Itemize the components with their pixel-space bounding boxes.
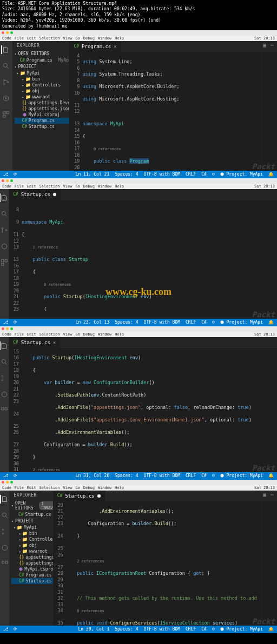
split-icon[interactable]: ▣: [263, 42, 266, 48]
extensions-icon[interactable]: [2, 110, 10, 119]
tree-folder[interactable]: ▸📁wwwroot: [15, 94, 70, 100]
menu-selection[interactable]: Selection: [39, 36, 60, 41]
tab-startup[interactable]: C#Startup.cs: [53, 491, 105, 501]
minimap[interactable]: [262, 52, 277, 171]
tree-file-selected[interactable]: C#Startup.cs: [11, 578, 52, 584]
tree-file[interactable]: {}appsettings.json: [15, 106, 70, 112]
extensions-icon[interactable]: [0, 406, 9, 415]
tree-file[interactable]: C#Program.cs: [11, 572, 52, 578]
status-bell-icon[interactable]: 🔔: [268, 172, 274, 177]
search-icon[interactable]: [0, 358, 9, 366]
open-editor-item[interactable]: C#Startup.cs MyApi: [9, 512, 52, 518]
status-encoding[interactable]: UTF-8 with BOM: [144, 320, 180, 325]
project-section[interactable]: ▾PROJECT: [12, 63, 70, 70]
project-section[interactable]: ▾PROJECT: [9, 518, 52, 525]
status-sync-icon[interactable]: ⟳: [14, 172, 17, 177]
tab-program[interactable]: C#Program.cs×: [69, 41, 121, 52]
menu-debug[interactable]: Debug: [83, 36, 95, 41]
tree-folder[interactable]: ▸📁bin: [11, 531, 52, 536]
git-icon[interactable]: [2, 78, 10, 86]
git-icon[interactable]: [1, 527, 9, 536]
status-lang[interactable]: C#: [201, 172, 207, 177]
tree-file[interactable]: ⬢MyApi.csproj: [11, 566, 52, 572]
menu-edit[interactable]: Edit: [27, 36, 36, 41]
files-icon[interactable]: [0, 341, 8, 350]
debug-icon[interactable]: [0, 242, 9, 251]
status-position[interactable]: Ln 11, Col 21: [76, 172, 110, 177]
tree-file[interactable]: {}appsettings.Development.js...: [15, 100, 70, 106]
minimap[interactable]: [262, 501, 277, 626]
search-icon[interactable]: [0, 210, 9, 218]
search-icon[interactable]: [1, 511, 9, 520]
tree-folder[interactable]: ▸📁obj: [15, 88, 70, 94]
close-icon[interactable]: ×: [114, 44, 116, 49]
open-editors-section[interactable]: ▾OPEN EDITORS: [12, 50, 70, 57]
status-lang[interactable]: C#: [201, 473, 207, 478]
tree-folder[interactable]: ▸📁obj: [11, 542, 52, 548]
code-lines[interactable]: .AddEnvironmentVariables(); Configuratio…: [66, 501, 262, 626]
files-icon[interactable]: [0, 495, 9, 504]
close-icon[interactable]: ×: [53, 340, 56, 345]
tab-startup[interactable]: C#Startup.cs: [9, 189, 61, 200]
open-editor-item[interactable]: C#Program.cs MyApi: [12, 57, 70, 63]
status-position[interactable]: Ln 39, Col 1: [78, 627, 109, 632]
close-dot[interactable]: [2, 31, 4, 34]
status-eol[interactable]: CRLF: [186, 473, 196, 478]
status-spaces[interactable]: Spaces: 4: [115, 172, 138, 177]
git-icon[interactable]: [0, 226, 9, 234]
status-eol[interactable]: CRLF: [186, 172, 196, 177]
tree-folder[interactable]: ▸📁Controllers: [15, 82, 70, 88]
files-icon[interactable]: [0, 193, 8, 202]
code-lines[interactable]: public Startup(IHostingEnvironment env) …: [22, 348, 277, 472]
git-icon[interactable]: [0, 374, 9, 383]
status-spaces[interactable]: Spaces: 4: [115, 473, 138, 478]
tree-folder[interactable]: ▸📁wwwroot: [11, 548, 52, 554]
debug-icon[interactable]: [2, 94, 10, 103]
tree-root[interactable]: ▾📁MyApi: [15, 70, 70, 76]
minimize-dot[interactable]: [6, 31, 9, 34]
menu-help[interactable]: Help: [115, 36, 124, 41]
status-encoding[interactable]: UTF-8 with BOM: [144, 627, 180, 632]
tree-folder[interactable]: ▸📁Controllers: [11, 536, 52, 542]
status-encoding[interactable]: UTF-8 with BOM: [144, 172, 180, 177]
status-position[interactable]: Ln 23, Col 13: [76, 320, 110, 325]
menu-view[interactable]: View: [63, 36, 72, 41]
status-position[interactable]: Ln 31, Col 26: [76, 473, 110, 478]
maximize-dot[interactable]: [10, 31, 13, 34]
status-lang[interactable]: C#: [201, 320, 207, 325]
extensions-icon[interactable]: [0, 258, 9, 267]
tree-file[interactable]: {}appsettings.json: [11, 560, 52, 566]
menu-go[interactable]: Go: [75, 36, 80, 41]
open-editors-section[interactable]: ▾OPEN EDITORS 1 UNSAVED: [9, 500, 52, 512]
status-spaces[interactable]: Spaces: 4: [115, 627, 138, 632]
more-icon[interactable]: ⋯: [271, 492, 274, 498]
code-lines[interactable]: using System.Linq; using System.Threadin…: [82, 52, 262, 171]
status-encoding[interactable]: UTF-8 with BOM: [144, 473, 180, 478]
split-icon[interactable]: ▣: [263, 492, 266, 498]
search-icon[interactable]: [2, 62, 10, 70]
tree-folder[interactable]: ▸📁bin: [15, 76, 70, 82]
more-icon[interactable]: ⋯: [271, 42, 274, 48]
debug-icon[interactable]: [0, 390, 9, 399]
tab-startup[interactable]: C#Startup.cs×: [9, 337, 60, 348]
code-lines[interactable]: namespace MyApi { 1 reference public cla…: [22, 200, 277, 319]
status-lang[interactable]: C#: [201, 627, 207, 632]
status-git-icon[interactable]: ⎇: [3, 172, 8, 177]
status-spaces[interactable]: Spaces: 4: [115, 320, 138, 325]
status-eol[interactable]: CRLF: [186, 627, 196, 632]
tree-root[interactable]: ▾📁MyApi: [11, 525, 52, 531]
extensions-icon[interactable]: [1, 560, 9, 568]
menu-window[interactable]: Window: [98, 36, 111, 41]
svg-point-22: [2, 513, 6, 516]
tree-file[interactable]: {}appsettings.Development.js...: [11, 554, 52, 560]
menu-code[interactable]: Code: [2, 36, 11, 41]
debug-icon[interactable]: [1, 544, 9, 552]
status-project[interactable]: ⬢ Project: MyApi: [220, 172, 263, 177]
status-eol[interactable]: CRLF: [186, 320, 196, 325]
tree-file-selected[interactable]: C#Program.cs: [15, 118, 70, 124]
tree-file[interactable]: ⬢MyApi.csproj: [15, 112, 70, 118]
files-icon[interactable]: [1, 45, 10, 54]
status-smile-icon[interactable]: ☺: [212, 172, 215, 177]
menu-file[interactable]: File: [15, 36, 24, 41]
tree-file[interactable]: C#Startup.cs: [15, 124, 70, 130]
